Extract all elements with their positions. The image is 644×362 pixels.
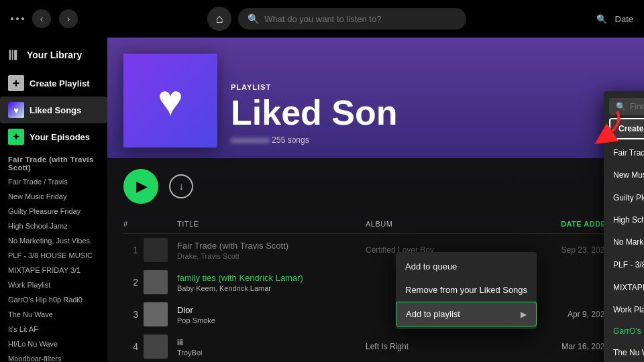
track-artist-2: Baby Keem, Kendrick Lamar: [177, 284, 366, 292]
forward-button[interactable]: ›: [59, 9, 78, 28]
sidebar-item-1[interactable]: New Music Friday: [0, 189, 107, 204]
sidebar-item-0[interactable]: Fair Trade / Travis: [0, 174, 107, 189]
search-icon-btn[interactable]: 🔍: [596, 14, 607, 24]
track-artist-1: Drake, Travis Scott: [177, 252, 366, 260]
submenu-playlist-5[interactable]: PLF - 3/8 HOUSE MUSIC 🔔: [604, 253, 644, 276]
top-nav: ‹ › ⌂ 🔍 🔍 Date: [0, 0, 644, 38]
main-area: Your Library + Create Playlist ♥ Liked S…: [0, 38, 644, 362]
track-album-4: Left Is Right: [366, 342, 561, 351]
create-playlist-icon: +: [8, 75, 24, 91]
svg-rect-0: [9, 50, 11, 60]
sidebar-item-6[interactable]: MIXTAPE FRIDAY 3/1: [0, 263, 107, 278]
table-row[interactable]: 3 Dior Pop Smoke Apr 9, 2021 ♥: [123, 298, 628, 330]
sidebar: Your Library + Create Playlist ♥ Liked S…: [0, 38, 107, 362]
user-avatar-meta: ●●●●●●●●: [231, 135, 270, 145]
sidebar-item-8[interactable]: GarrO's Hip h0p Radi0: [0, 292, 107, 307]
library-icon: [8, 48, 21, 62]
search-bar: 🔍: [238, 8, 466, 29]
sidebar-item-4[interactable]: No Marketing, Just Vibes.: [0, 233, 107, 248]
episodes-icon: ✦: [8, 129, 24, 145]
track-info-4: iii TroyBoi: [170, 337, 366, 357]
library-title: Your Library: [27, 50, 82, 60]
liked-songs-label: Liked Songs: [30, 105, 81, 115]
track-num-4: 4: [123, 341, 144, 352]
track-info-1: Fair Trade (with Travis Scott) Drake, Tr…: [170, 241, 366, 260]
sidebar-item-7[interactable]: Work Playlist: [0, 278, 107, 292]
submenu-search-box: 🔍: [609, 98, 644, 115]
track-name-4: iii: [177, 337, 366, 347]
table-row[interactable]: 4 iii TroyBoi Left Is Right Mar 16, 2020…: [123, 330, 628, 362]
table-row[interactable]: 1 Fair Trade (with Travis Scott) Drake, …: [123, 234, 628, 266]
back-button[interactable]: ‹: [32, 9, 51, 28]
create-playlist-label: Create playlist: [619, 124, 644, 133]
track-thumb-2: [144, 270, 168, 294]
sidebar-item-2[interactable]: Guilty Pleasure Friday: [0, 204, 107, 219]
sidebar-item-3[interactable]: High School Jamz: [0, 219, 107, 233]
col-num: #: [123, 220, 144, 228]
controls-bar: ▶ ↓: [107, 158, 644, 215]
submenu-playlist-4[interactable]: No Marketing, Just Vibes. 🔔: [604, 231, 644, 253]
home-icon: ⌂: [216, 12, 223, 26]
submenu-search-input[interactable]: [630, 102, 644, 111]
svg-rect-2: [14, 50, 17, 60]
more-options-button[interactable]: [11, 17, 24, 20]
track-name-2: family ties (with Kendrick Lamar): [177, 273, 366, 283]
search-icon: 🔍: [248, 13, 259, 24]
song-count: 255 songs: [272, 135, 309, 145]
svg-rect-1: [12, 50, 13, 60]
home-button[interactable]: ⌂: [207, 7, 231, 31]
sidebar-item-10[interactable]: It's Lit AF: [0, 322, 107, 337]
context-add-to-playlist[interactable]: Add to playlist ▶: [396, 302, 537, 326]
submenu-arrow-icon: ▶: [521, 310, 527, 319]
track-artist-3: Pop Smoke: [177, 316, 366, 324]
library-header: Your Library: [0, 43, 107, 70]
sidebar-section-title: Fair Trade (with Travis Scott): [0, 150, 107, 174]
submenu-search-icon: 🔍: [616, 102, 626, 111]
track-name-3: Dior: [177, 305, 366, 315]
liked-songs-icon: ♥: [8, 102, 24, 118]
download-button[interactable]: ↓: [169, 174, 193, 198]
track-header: # TITLE ALBUM DATE ADDED ▼: [123, 215, 628, 234]
track-num-2: 2: [123, 277, 144, 288]
nav-right: 🔍 Date: [596, 14, 633, 24]
sidebar-item-11[interactable]: Hf/Lo Nu Wave: [0, 337, 107, 351]
submenu-playlist-2[interactable]: Guilty Pleasure Friday 🔔: [604, 186, 644, 209]
submenu-playlist-1[interactable]: New Music Friday 🔔: [604, 164, 644, 186]
submenu-playlist-0[interactable]: Fair Trade (with Travis Scott): [604, 142, 644, 164]
submenu-playlist-9[interactable]: The Nu Wave: [604, 342, 644, 362]
track-num-1: 1: [123, 245, 144, 255]
sidebar-item-5[interactable]: PLF - 3/8 HOUSE MUSIC: [0, 248, 107, 263]
track-info-2: family ties (with Kendrick Lamar) Baby K…: [170, 273, 366, 292]
submenu-create-playlist[interactable]: Create playlist: [609, 118, 644, 139]
submenu-playlist-8[interactable]: GarrO's Hip h0p Radi0: [604, 320, 644, 342]
playlist-type: PLAYLIST: [231, 83, 397, 91]
playlist-info: PLAYLIST Liked Son ●●●●●●●● 255 songs: [231, 83, 397, 147]
context-add-to-queue[interactable]: Add to queue: [396, 255, 537, 278]
date-sort-btn[interactable]: Date: [615, 14, 633, 24]
table-row[interactable]: 2 family ties (with Kendrick Lamar) Baby…: [123, 266, 628, 298]
play-button[interactable]: ▶: [123, 169, 158, 204]
download-icon: ↓: [178, 180, 184, 192]
heart-icon: ♥: [158, 76, 183, 125]
your-episodes-btn[interactable]: ✦ Your Episodes: [0, 123, 107, 150]
track-thumb-3: [144, 302, 168, 326]
track-name-1: Fair Trade (with Travis Scott): [177, 241, 366, 251]
context-remove-from-liked[interactable]: Remove from your Liked Songs: [396, 278, 537, 302]
liked-songs-btn[interactable]: ♥ Liked Songs: [0, 97, 107, 123]
track-thumb-4: [144, 335, 168, 359]
create-playlist-label: Create Playlist: [30, 78, 90, 88]
track-table: # TITLE ALBUM DATE ADDED ▼ 1 Fair Trade …: [107, 215, 644, 362]
sidebar-item-12[interactable]: Moodboar-filters: [0, 351, 107, 362]
track-num-3: 3: [123, 309, 144, 320]
submenu-playlist-7[interactable]: Work Playlist: [604, 299, 644, 320]
search-input[interactable]: [264, 14, 457, 24]
sidebar-item-9[interactable]: The Nu Wave: [0, 307, 107, 322]
submenu-playlist-6[interactable]: MIXTAPE FRIDAY 3/1 🔔: [604, 276, 644, 299]
playlist-submenu: 🔍 Create playlist Fair Trade (with Travi…: [604, 91, 644, 362]
playlist-title: Liked Son: [231, 95, 397, 130]
nav-left: ‹ ›: [11, 9, 78, 28]
create-playlist-btn[interactable]: + Create Playlist: [0, 70, 107, 97]
playlist-meta: ●●●●●●●● 255 songs: [231, 135, 397, 145]
submenu-playlist-3[interactable]: High School Jamz: [604, 209, 644, 231]
col-album: ALBUM: [366, 220, 561, 228]
